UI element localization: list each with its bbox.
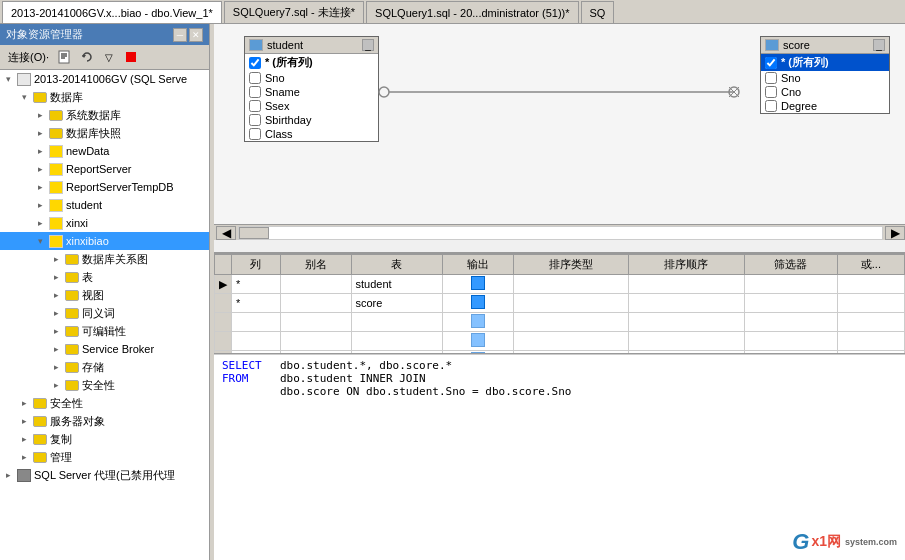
expander-11[interactable]: ▸ (48, 269, 64, 285)
connect-button[interactable]: 连接(O)· (4, 48, 53, 67)
student-row-ssex[interactable]: Ssex (245, 99, 378, 113)
alias-cell-3[interactable] (280, 332, 351, 351)
col-cell-2[interactable] (232, 313, 281, 332)
expander-3[interactable]: ▸ (32, 125, 48, 141)
new-query-button[interactable] (55, 47, 75, 67)
close-panel-button[interactable]: ✕ (189, 28, 203, 42)
or-cell-0[interactable] (837, 275, 904, 294)
col-cell-3[interactable] (232, 332, 281, 351)
grid-row-3[interactable] (215, 332, 905, 351)
tree-item-18[interactable]: ▸安全性 (0, 394, 209, 412)
output-cell-1[interactable] (442, 294, 513, 313)
tree-item-16[interactable]: ▸存储 (0, 358, 209, 376)
expander-12[interactable]: ▸ (48, 287, 64, 303)
scroll-left-button[interactable]: ◀ (216, 226, 236, 240)
tab-view[interactable]: 2013-20141006GV.x...biao - dbo.View_1* (2, 1, 222, 23)
tab-sqlquery1[interactable]: SQLQuery1.sql - 20...dministrator (51))* (366, 1, 578, 23)
alias-cell-1[interactable] (280, 294, 351, 313)
expander-13[interactable]: ▸ (48, 305, 64, 321)
horizontal-scrollbar-thumb[interactable] (239, 227, 269, 239)
output-cell-0[interactable] (442, 275, 513, 294)
score-row-all[interactable]: * (所有列) (761, 54, 889, 71)
expander-9[interactable]: ▾ (32, 233, 48, 249)
grid-row-0[interactable]: ▶ * student (215, 275, 905, 294)
pin-button[interactable]: ─ (173, 28, 187, 42)
expander-16[interactable]: ▸ (48, 359, 64, 375)
horizontal-scrollbar-track[interactable] (238, 226, 883, 240)
filter-button[interactable]: ▽ (99, 47, 119, 67)
tree-item-13[interactable]: ▸同义词 (0, 304, 209, 322)
col-cell-0[interactable]: * (232, 275, 281, 294)
student-sname-checkbox[interactable] (249, 86, 261, 98)
output-cell-3[interactable] (442, 332, 513, 351)
tab-sqlquery7[interactable]: SQLQuery7.sql - 未连接* (224, 1, 364, 23)
tree-item-9[interactable]: ▾xinxibiao (0, 232, 209, 250)
output-checkbox-3[interactable] (471, 333, 485, 347)
expander-7[interactable]: ▸ (32, 197, 48, 213)
filter-cell-0[interactable] (744, 275, 837, 294)
student-row-class[interactable]: Class (245, 127, 378, 141)
sortorder-cell-0[interactable] (629, 275, 744, 294)
table-cell-3[interactable] (351, 332, 442, 351)
tree-item-21[interactable]: ▸管理 (0, 448, 209, 466)
table-cell-1[interactable]: score (351, 294, 442, 313)
tree-item-6[interactable]: ▸ReportServerTempDB (0, 178, 209, 196)
score-row-sno[interactable]: Sno (761, 71, 889, 85)
sorttype-cell-0[interactable] (513, 275, 628, 294)
student-class-checkbox[interactable] (249, 128, 261, 140)
output-checkbox-0[interactable] (471, 276, 485, 290)
student-all-checkbox[interactable] (249, 57, 261, 69)
tree-item-4[interactable]: ▸newData (0, 142, 209, 160)
tree-container[interactable]: ▾2013-20141006GV (SQL Serve▾数据库▸系统数据库▸数据… (0, 70, 209, 560)
expander-21[interactable]: ▸ (16, 449, 32, 465)
tree-item-15[interactable]: ▸Service Broker (0, 340, 209, 358)
col-cell-1[interactable]: * (232, 294, 281, 313)
table-cell-0[interactable]: student (351, 275, 442, 294)
grid-row-1[interactable]: * score (215, 294, 905, 313)
tree-item-1[interactable]: ▾数据库 (0, 88, 209, 106)
expander-0[interactable]: ▾ (0, 71, 16, 87)
alias-cell-2[interactable] (280, 313, 351, 332)
output-checkbox-2[interactable] (471, 314, 485, 328)
or-cell-1[interactable] (837, 294, 904, 313)
tab-sq[interactable]: SQ (581, 1, 615, 23)
table-cell-2[interactable] (351, 313, 442, 332)
score-row-cno[interactable]: Cno (761, 85, 889, 99)
student-ssex-checkbox[interactable] (249, 100, 261, 112)
or-cell-2[interactable] (837, 313, 904, 332)
filter-cell-1[interactable] (744, 294, 837, 313)
tree-item-10[interactable]: ▸数据库关系图 (0, 250, 209, 268)
tree-item-22[interactable]: ▸SQL Server 代理(已禁用代理 (0, 466, 209, 484)
tree-item-17[interactable]: ▸安全性 (0, 376, 209, 394)
tree-item-12[interactable]: ▸视图 (0, 286, 209, 304)
score-degree-checkbox[interactable] (765, 100, 777, 112)
tree-item-19[interactable]: ▸服务器对象 (0, 412, 209, 430)
alias-cell-0[interactable] (280, 275, 351, 294)
expander-8[interactable]: ▸ (32, 215, 48, 231)
output-checkbox-1[interactable] (471, 295, 485, 309)
tree-item-0[interactable]: ▾2013-20141006GV (SQL Serve (0, 70, 209, 88)
expander-14[interactable]: ▸ (48, 323, 64, 339)
filter-cell-3[interactable] (744, 332, 837, 351)
score-cno-checkbox[interactable] (765, 86, 777, 98)
tree-item-14[interactable]: ▸可编辑性 (0, 322, 209, 340)
diagram-scrollbar[interactable]: ◀ ▶ (214, 224, 905, 240)
tree-item-11[interactable]: ▸表 (0, 268, 209, 286)
score-row-degree[interactable]: Degree (761, 99, 889, 113)
tree-item-2[interactable]: ▸系统数据库 (0, 106, 209, 124)
filter-cell-2[interactable] (744, 313, 837, 332)
student-row-all[interactable]: * (所有列) (245, 54, 378, 71)
expander-17[interactable]: ▸ (48, 377, 64, 393)
score-sno-checkbox[interactable] (765, 72, 777, 84)
scroll-right-button[interactable]: ▶ (885, 226, 905, 240)
tree-item-5[interactable]: ▸ReportServer (0, 160, 209, 178)
sortorder-cell-1[interactable] (629, 294, 744, 313)
student-sbirthday-checkbox[interactable] (249, 114, 261, 126)
stop-button[interactable] (121, 47, 141, 67)
sortorder-cell-2[interactable] (629, 313, 744, 332)
sorttype-cell-1[interactable] (513, 294, 628, 313)
score-all-checkbox[interactable] (765, 57, 777, 69)
expander-2[interactable]: ▸ (32, 107, 48, 123)
expander-10[interactable]: ▸ (48, 251, 64, 267)
expander-19[interactable]: ▸ (16, 413, 32, 429)
